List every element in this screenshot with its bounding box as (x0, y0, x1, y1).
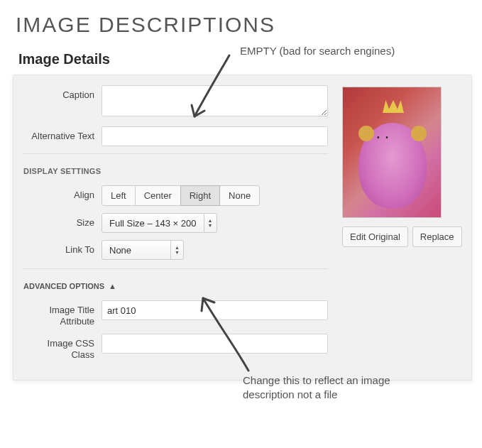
alt-text-input[interactable] (102, 126, 328, 146)
align-button-group: Left Center Right None (102, 185, 260, 206)
display-settings-heading: DISPLAY SETTINGS (22, 153, 328, 185)
image-details-panel: Caption Alternative Text DISPLAY SETTING… (13, 75, 472, 381)
stepper-arrows-icon: ▲▼ (170, 241, 183, 259)
advanced-options-toggle[interactable]: ADVANCED OPTIONS ▲ (22, 268, 328, 300)
stepper-arrows-icon: ▲▼ (204, 214, 217, 232)
caption-label: Caption (22, 85, 102, 101)
image-title-attr-label: Image Title Attribute (22, 300, 102, 327)
caption-input[interactable] (102, 85, 328, 116)
link-to-select-value: None (102, 241, 170, 259)
link-to-label: Link To (22, 240, 102, 256)
align-none-button[interactable]: None (219, 185, 260, 206)
align-label: Align (22, 185, 102, 201)
align-left-button[interactable]: Left (102, 185, 136, 206)
size-select-value: Full Size – 143 × 200 (102, 214, 204, 232)
align-center-button[interactable]: Center (135, 185, 181, 206)
advanced-options-label: ADVANCED OPTIONS (23, 282, 104, 290)
edit-original-button[interactable]: Edit Original (342, 226, 408, 247)
caret-up-icon: ▲ (109, 282, 116, 290)
replace-button[interactable]: Replace (412, 226, 462, 247)
align-right-button[interactable]: Right (180, 185, 220, 206)
size-select[interactable]: Full Size – 143 × 200 ▲▼ (102, 213, 217, 233)
alt-text-label: Alternative Text (22, 126, 102, 142)
link-to-select[interactable]: None ▲▼ (102, 240, 184, 260)
image-css-class-input[interactable] (102, 334, 328, 354)
image-preview-thumbnail: • • (342, 87, 442, 218)
page-title: IMAGE DESCRIPTIONS (0, 0, 482, 47)
panel-title: Image Details (13, 47, 472, 75)
image-title-attr-input[interactable] (102, 300, 328, 320)
image-css-class-label: Image CSS Class (22, 334, 102, 360)
size-label: Size (22, 213, 102, 229)
